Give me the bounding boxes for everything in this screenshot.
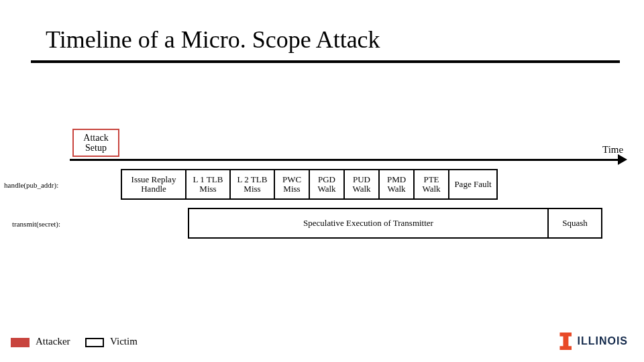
pipeline-row-handle: Issue Replay Handle L 1 TLB Miss L 2 TLB… [121, 169, 602, 200]
legend-attacker-label: Attacker [36, 336, 70, 347]
stage-l2-tlb-miss: L 2 TLB Miss [231, 169, 275, 200]
slide-title: Timeline of a Micro. Scope Attack [46, 25, 380, 54]
pipeline-row-transmit: Speculative Execution of Transmitter Squ… [188, 208, 602, 239]
illinois-logo: ILLINOIS [559, 333, 628, 350]
stage-speculative-execution: Speculative Execution of Transmitter [188, 208, 549, 239]
stage-pud-walk: PUD Walk [345, 169, 380, 200]
legend-attacker: Attacker [11, 336, 70, 347]
stage-issue-replay-handle: Issue Replay Handle [121, 169, 186, 200]
row-label-transmit: transmit(secret): [12, 220, 60, 228]
legend-attacker-swatch [11, 338, 30, 347]
stage-pmd-walk: PMD Walk [380, 169, 415, 200]
legend-victim-label: Victim [110, 336, 138, 347]
illinois-wordmark: ILLINOIS [577, 335, 628, 347]
stage-page-fault: Page Fault [449, 169, 498, 200]
time-axis-arrowhead [618, 154, 627, 165]
stage-pwc-miss: PWC Miss [275, 169, 310, 200]
attack-setup-box: Attack Setup [72, 129, 119, 157]
stage-squash: Squash [549, 208, 602, 239]
time-axis-line [70, 159, 621, 161]
time-axis-label: Time [602, 144, 623, 156]
legend-victim-swatch [85, 338, 104, 347]
title-underline [31, 60, 620, 63]
row-label-handle: handle(pub_addr): [4, 181, 58, 189]
illinois-block-i-icon [559, 333, 572, 350]
legend-victim: Victim [85, 336, 138, 347]
stage-pgd-walk: PGD Walk [310, 169, 345, 200]
stage-l1-tlb-miss: L 1 TLB Miss [186, 169, 231, 200]
stage-pte-walk: PTE Walk [415, 169, 449, 200]
legend: Attacker Victim [11, 336, 138, 347]
